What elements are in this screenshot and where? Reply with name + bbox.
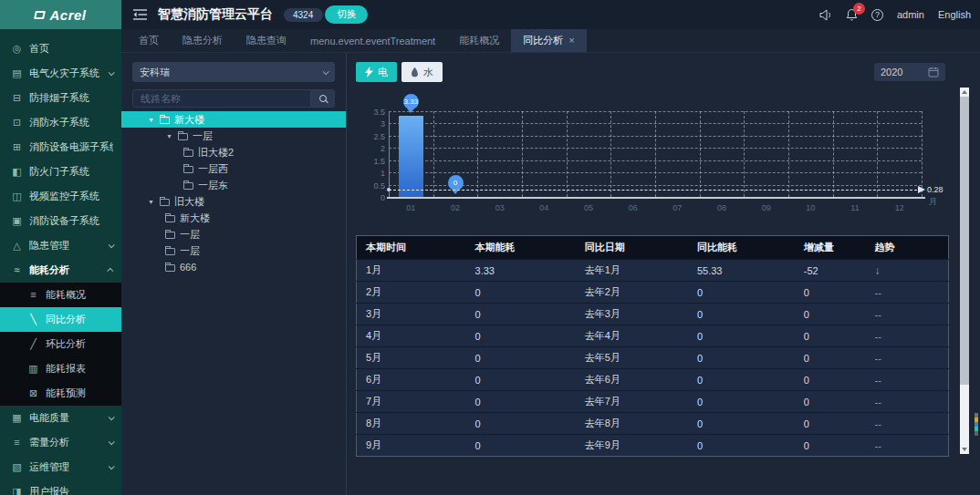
- table-cell: 0: [688, 413, 795, 435]
- sidebar-item-5[interactable]: ◧防火门子系统: [0, 160, 121, 184]
- username-label[interactable]: admin: [897, 9, 924, 20]
- smoke-icon: ⊟: [11, 93, 23, 103]
- content-area: 安科瑞 ▾新大楼▾一层旧大楼2一层西一层东▾旧大楼新大楼一层一层666 电: [121, 53, 980, 495]
- tab-隐患分析[interactable]: 隐患分析: [171, 29, 235, 52]
- sidebar: Acrel ◎首页▤电气火灾子系统⊟防排烟子系统⊡消防水子系统⊞消防设备电源子系…: [0, 0, 121, 495]
- yoy-bar-chart: 00.511.522.533.5010203040506070809101112…: [356, 86, 949, 219]
- trend-down-icon: ↓: [875, 264, 881, 277]
- x-axis-tick-label: 06: [610, 203, 655, 212]
- brand-logo[interactable]: Acrel: [0, 0, 121, 29]
- tree-node-新大楼[interactable]: ▾新大楼: [121, 111, 346, 128]
- language-switch[interactable]: English: [938, 9, 971, 20]
- table-row[interactable]: 8月0去年8月00--: [357, 413, 949, 435]
- table-header-cell: 同比能耗: [688, 236, 795, 260]
- sidebar-item-7[interactable]: ▣消防设备子系统: [0, 209, 121, 233]
- vertical-scrollbar[interactable]: [960, 88, 969, 454]
- help-icon[interactable]: ?: [871, 9, 883, 21]
- table-row[interactable]: 9月0去年9月00--: [357, 435, 949, 457]
- year-picker[interactable]: 2020: [874, 63, 945, 81]
- table-cell: 0: [688, 282, 795, 304]
- grid-line-v: [877, 111, 878, 197]
- sidebar-item-1[interactable]: ▤电气火灾子系统: [0, 61, 121, 86]
- table-cell: 去年9月: [576, 435, 688, 457]
- sidebar-item-label: 能耗分析: [29, 263, 102, 277]
- table-header-cell: 同比日期: [576, 236, 688, 260]
- search-button[interactable]: [310, 90, 334, 107]
- table-row[interactable]: 6月0去年6月00--: [357, 369, 949, 391]
- sidebar-item-8[interactable]: △隐患管理: [0, 233, 121, 258]
- tab-close-icon[interactable]: ×: [568, 36, 574, 46]
- tree-node-label: 旧大楼: [174, 195, 204, 209]
- menu-fold-icon[interactable]: [133, 9, 147, 20]
- tab-label: 首页: [139, 34, 159, 47]
- sidebar-subitem-能耗概况[interactable]: ≡能耗概况: [0, 283, 121, 307]
- sidebar-subitem-label: 环比分析: [46, 337, 113, 351]
- tree-node-label: 新大楼: [174, 113, 204, 127]
- scrollbar-up-arrow[interactable]: [960, 88, 969, 97]
- sidebar-item-6[interactable]: ◫视频监控子系统: [0, 184, 121, 209]
- tree-node-一层[interactable]: ▾一层: [121, 128, 346, 144]
- y-axis-tick-label: 3.5: [360, 108, 385, 117]
- tree-expander-icon[interactable]: ▾: [165, 132, 173, 140]
- sidebar-item-9[interactable]: ≈能耗分析: [0, 258, 121, 283]
- chevron-down-icon: [323, 68, 329, 75]
- tree-node-一层西[interactable]: 一层西: [121, 160, 346, 177]
- notification-bell-icon[interactable]: 2: [846, 8, 858, 21]
- tab-同比分析[interactable]: 同比分析×: [511, 29, 586, 52]
- grid-line-v: [744, 111, 745, 197]
- sidebar-item-10[interactable]: ▦电能质量: [0, 406, 121, 430]
- tab-首页[interactable]: 首页: [127, 29, 171, 52]
- table-row[interactable]: 2月0去年2月00--: [357, 282, 949, 304]
- sidebar-subitem-能耗报表[interactable]: ▥能耗报表: [0, 356, 121, 381]
- table-cell: 5月: [357, 347, 466, 369]
- table-cell: 去年5月: [576, 347, 688, 369]
- lightning-icon: [365, 67, 373, 77]
- table-row[interactable]: 3月0去年3月00--: [357, 304, 949, 325]
- table-row[interactable]: 5月0去年5月00--: [357, 347, 949, 369]
- fire-device-icon: ▣: [11, 216, 23, 226]
- tree-node-旧大楼2[interactable]: 旧大楼2: [121, 144, 346, 160]
- trend-none: --: [875, 440, 881, 451]
- tree-node-一层东[interactable]: 一层东: [121, 177, 346, 193]
- power-supply-icon: ⊞: [11, 142, 23, 152]
- water-toggle-button[interactable]: 水: [401, 62, 443, 82]
- sidebar-item-13[interactable]: ◨用户报告: [0, 480, 121, 495]
- sidebar-subitem-能耗预测[interactable]: ⊠能耗预测: [0, 381, 121, 406]
- sidebar-item-3[interactable]: ⊡消防水子系统: [0, 110, 121, 135]
- tab-menu.event.eventTreatment[interactable]: menu.event.eventTreatment: [298, 29, 447, 52]
- table-cell: 0: [795, 413, 866, 435]
- org-select[interactable]: 安科瑞: [132, 62, 335, 82]
- sidebar-item-11[interactable]: ≡需量分析: [0, 430, 121, 455]
- table-row[interactable]: 7月0去年7月00--: [357, 391, 949, 413]
- table-cell: --: [866, 325, 949, 347]
- tab-label: 能耗概况: [459, 34, 499, 47]
- grid-line-v: [477, 111, 478, 197]
- electric-toggle-button[interactable]: 电: [356, 62, 397, 82]
- broadcast-icon[interactable]: [819, 9, 832, 21]
- switch-project-button[interactable]: 切换: [325, 5, 368, 24]
- tree-node-label: 一层西: [198, 162, 228, 176]
- tree-node-666[interactable]: 666: [121, 259, 346, 275]
- tree-expander-icon[interactable]: ▾: [147, 116, 155, 124]
- sidebar-item-0[interactable]: ◎首页: [0, 36, 121, 61]
- table-row[interactable]: 1月3.33去年1月55.33-52↓: [357, 260, 949, 282]
- tree-node-旧大楼[interactable]: ▾旧大楼: [121, 193, 346, 210]
- table-row[interactable]: 4月0去年4月00--: [357, 325, 949, 347]
- sidebar-item-4[interactable]: ⊞消防设备电源子系统: [0, 135, 121, 160]
- scrollbar-down-arrow[interactable]: [960, 445, 969, 454]
- line-search-input[interactable]: [133, 93, 310, 104]
- tree-node-新大楼[interactable]: 新大楼: [121, 210, 346, 226]
- tree-node-一层[interactable]: 一层: [121, 242, 346, 259]
- sidebar-subitem-环比分析[interactable]: ╱环比分析: [0, 332, 121, 356]
- tab-能耗概况[interactable]: 能耗概况: [447, 29, 511, 52]
- sidebar-subitem-同比分析[interactable]: ╲同比分析: [0, 307, 121, 332]
- tree-node-一层[interactable]: 一层: [121, 226, 346, 242]
- tab-bar: 首页隐患分析隐患查询menu.event.eventTreatment能耗概况同…: [121, 29, 980, 53]
- tab-隐患查询[interactable]: 隐患查询: [235, 29, 298, 52]
- sidebar-item-2[interactable]: ⊟防排烟子系统: [0, 86, 121, 110]
- folder-icon: [178, 133, 188, 140]
- scrollbar-thumb[interactable]: [960, 97, 969, 385]
- tree-expander-icon[interactable]: ▾: [147, 198, 155, 206]
- sidebar-item-12[interactable]: ▧运维管理: [0, 455, 121, 480]
- sidebar-item-label: 运维管理: [29, 460, 102, 474]
